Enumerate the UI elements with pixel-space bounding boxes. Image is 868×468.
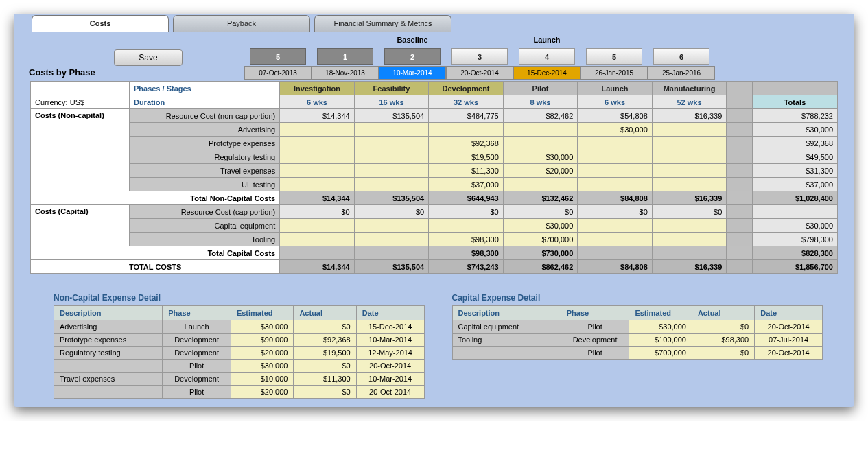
value-cell[interactable]: $82,462 bbox=[503, 109, 578, 123]
value-cell[interactable]: $0 bbox=[354, 205, 429, 219]
value-cell[interactable] bbox=[280, 233, 355, 246]
value-cell[interactable] bbox=[429, 123, 504, 137]
gate-number[interactable]: 6 bbox=[653, 48, 709, 65]
gate-number[interactable]: 4 bbox=[519, 48, 575, 65]
value-cell[interactable]: $0 bbox=[652, 205, 727, 219]
value-cell[interactable] bbox=[503, 137, 578, 150]
detail-cell[interactable]: $0 bbox=[294, 360, 356, 373]
gate-date[interactable]: 15-Dec-2014 bbox=[513, 66, 580, 80]
value-cell[interactable] bbox=[578, 233, 653, 246]
value-cell[interactable] bbox=[578, 164, 653, 178]
value-cell[interactable] bbox=[578, 178, 653, 191]
detail-cell[interactable]: 07-Jul-2014 bbox=[755, 334, 823, 347]
detail-cell[interactable]: 20-Oct-2014 bbox=[755, 320, 823, 334]
value-cell[interactable] bbox=[280, 164, 355, 178]
detail-cell[interactable]: $20,000 bbox=[231, 347, 294, 360]
value-cell[interactable] bbox=[354, 150, 429, 164]
detail-cell[interactable]: 12-May-2014 bbox=[356, 347, 424, 360]
detail-cell[interactable]: $10,000 bbox=[231, 373, 294, 386]
value-cell[interactable] bbox=[354, 123, 429, 137]
gate-date[interactable]: 18-Nov-2013 bbox=[312, 66, 379, 80]
value-cell[interactable]: $484,775 bbox=[429, 109, 504, 123]
gate-date[interactable]: 20-Oct-2014 bbox=[446, 66, 513, 80]
value-cell[interactable] bbox=[652, 150, 727, 164]
detail-cell[interactable]: 15-Dec-2014 bbox=[356, 320, 424, 334]
value-cell[interactable] bbox=[578, 150, 653, 164]
value-cell[interactable]: $11,300 bbox=[429, 164, 504, 178]
tab-costs[interactable]: Costs bbox=[32, 15, 169, 32]
value-cell[interactable] bbox=[354, 233, 429, 246]
value-cell[interactable] bbox=[280, 178, 355, 191]
detail-cell[interactable]: $0 bbox=[294, 320, 356, 334]
value-cell[interactable] bbox=[578, 219, 653, 233]
detail-cell[interactable]: $100,000 bbox=[629, 334, 692, 347]
value-cell[interactable]: $20,000 bbox=[503, 164, 578, 178]
value-cell[interactable] bbox=[503, 178, 578, 191]
detail-cell[interactable]: $30,000 bbox=[629, 320, 692, 334]
value-cell[interactable] bbox=[280, 219, 355, 233]
row-total: $92,368 bbox=[752, 137, 837, 150]
value-cell[interactable]: $30,000 bbox=[503, 150, 578, 164]
gate-date[interactable]: 07-Oct-2013 bbox=[244, 66, 312, 80]
value-cell[interactable]: $0 bbox=[429, 205, 504, 219]
gate-number[interactable]: 5 bbox=[586, 48, 642, 65]
tab-financial-summary[interactable]: Financial Summary & Metrics bbox=[314, 15, 451, 32]
detail-cell[interactable]: $19,500 bbox=[294, 347, 356, 360]
value-cell[interactable] bbox=[652, 233, 727, 246]
value-cell[interactable]: $92,368 bbox=[429, 137, 504, 150]
value-cell[interactable] bbox=[280, 123, 355, 137]
value-cell[interactable]: $19,500 bbox=[429, 150, 504, 164]
tab-payback[interactable]: Payback bbox=[173, 15, 310, 32]
value-cell[interactable]: $0 bbox=[503, 205, 578, 219]
value-cell[interactable]: $30,000 bbox=[578, 123, 653, 137]
detail-cell[interactable]: 10-Mar-2014 bbox=[356, 373, 424, 386]
value-cell[interactable] bbox=[652, 219, 727, 233]
value-cell[interactable]: $14,344 bbox=[280, 109, 355, 123]
value-cell[interactable]: $30,000 bbox=[503, 219, 578, 233]
gate-number[interactable]: 2 bbox=[384, 48, 441, 65]
value-cell[interactable] bbox=[280, 137, 355, 150]
value-cell[interactable] bbox=[652, 164, 727, 178]
value-cell[interactable] bbox=[354, 219, 429, 233]
detail-cell[interactable]: $20,000 bbox=[231, 386, 294, 399]
value-cell[interactable]: $54,808 bbox=[578, 109, 653, 123]
value-cell[interactable]: $16,339 bbox=[652, 109, 727, 123]
save-button[interactable]: Save bbox=[114, 49, 183, 66]
detail-cell[interactable]: $0 bbox=[692, 347, 754, 360]
detail-cell[interactable]: $30,000 bbox=[231, 360, 294, 373]
detail-cell[interactable]: 20-Oct-2014 bbox=[755, 347, 823, 360]
value-cell[interactable] bbox=[503, 123, 578, 137]
gate-date[interactable]: 26-Jan-2015 bbox=[580, 66, 648, 80]
value-cell[interactable] bbox=[354, 178, 429, 191]
value-cell[interactable]: $700,000 bbox=[503, 233, 578, 246]
value-cell[interactable]: $98,300 bbox=[429, 233, 504, 246]
detail-cell[interactable]: $0 bbox=[692, 320, 754, 334]
detail-cell[interactable]: $90,000 bbox=[231, 334, 294, 347]
value-cell[interactable] bbox=[429, 219, 504, 233]
gate-date[interactable]: 10-Mar-2014 bbox=[379, 66, 446, 80]
value-cell[interactable]: $135,504 bbox=[354, 109, 429, 123]
gate-number[interactable]: 5 bbox=[250, 48, 306, 65]
value-cell[interactable] bbox=[578, 137, 653, 150]
detail-cell[interactable]: $98,300 bbox=[692, 334, 754, 347]
detail-cell[interactable]: 10-Mar-2014 bbox=[356, 334, 424, 347]
gate-number[interactable]: 3 bbox=[451, 48, 508, 65]
value-cell[interactable]: $37,000 bbox=[429, 178, 504, 191]
value-cell[interactable] bbox=[354, 164, 429, 178]
detail-cell[interactable]: $700,000 bbox=[629, 347, 692, 360]
detail-cell[interactable]: $0 bbox=[294, 386, 356, 399]
detail-cell[interactable]: 20-Oct-2014 bbox=[356, 386, 424, 399]
detail-cell[interactable]: 20-Oct-2014 bbox=[356, 360, 424, 373]
gate-date[interactable]: 25-Jan-2016 bbox=[648, 66, 715, 80]
value-cell[interactable] bbox=[652, 123, 727, 137]
detail-cell[interactable]: $92,368 bbox=[294, 334, 356, 347]
value-cell[interactable] bbox=[354, 137, 429, 150]
detail-cell[interactable]: $11,300 bbox=[294, 373, 356, 386]
value-cell[interactable]: $0 bbox=[280, 205, 355, 219]
value-cell[interactable] bbox=[652, 178, 727, 191]
gate-number[interactable]: 1 bbox=[317, 48, 373, 65]
value-cell[interactable]: $0 bbox=[578, 205, 653, 219]
detail-cell[interactable]: $30,000 bbox=[231, 320, 294, 334]
value-cell[interactable] bbox=[652, 137, 727, 150]
value-cell[interactable] bbox=[280, 150, 355, 164]
